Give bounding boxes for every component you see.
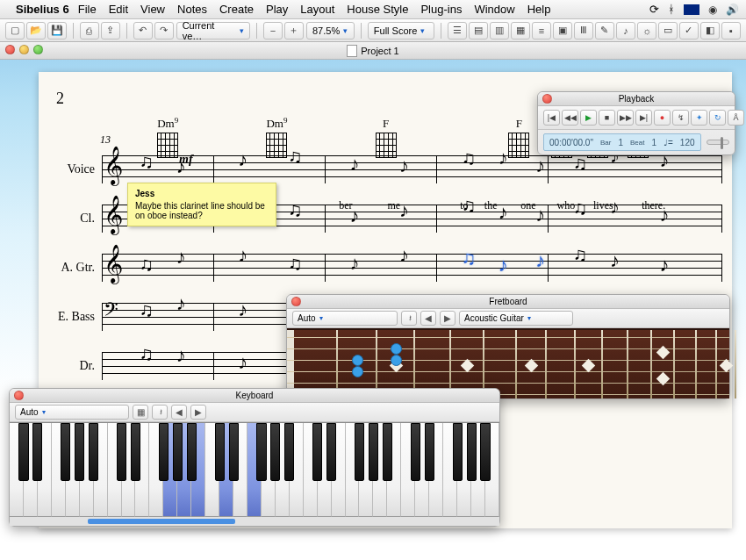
- piano-black-key[interactable]: [284, 423, 294, 481]
- note[interactable]: ♪: [399, 201, 406, 220]
- piano-black-key[interactable]: [480, 423, 490, 481]
- minimize-window-button[interactable]: [19, 45, 29, 54]
- export-button[interactable]: ⇪: [101, 22, 120, 39]
- volume-icon[interactable]: 🔊: [726, 4, 739, 16]
- sync-icon[interactable]: ⟳: [649, 3, 659, 16]
- panel-parts-icon[interactable]: ♪: [616, 22, 635, 39]
- note[interactable]: ♪: [535, 205, 542, 225]
- keyboard-nav-next[interactable]: ▶: [190, 405, 206, 420]
- app-name[interactable]: Sibelius 6: [16, 3, 69, 16]
- note[interactable]: ♫: [139, 344, 151, 363]
- note[interactable]: ♪: [499, 255, 506, 275]
- note[interactable]: ♫: [139, 152, 151, 171]
- menu-layout[interactable]: Layout: [300, 3, 334, 16]
- piano-black-key[interactable]: [159, 423, 169, 481]
- fretboard-note-dot[interactable]: [391, 343, 402, 355]
- piano-black-key[interactable]: [270, 423, 280, 481]
- nav-next-button[interactable]: ▶: [440, 311, 455, 326]
- piano-black-key[interactable]: [117, 423, 126, 481]
- piano-black-key[interactable]: [187, 423, 197, 481]
- piano-black-key[interactable]: [215, 423, 225, 481]
- note[interactable]: ♫: [461, 148, 473, 168]
- menu-play[interactable]: Play: [266, 3, 288, 16]
- staff[interactable]: 𝄞♫♪♪♫♪♪♫♪♪♫♪♪: [102, 155, 721, 183]
- piano-black-key[interactable]: [425, 423, 434, 481]
- piano-black-key[interactable]: [75, 423, 84, 481]
- staff[interactable]: 𝄞♫♪♪♫♪♪♫♪♪♫♪♪: [102, 254, 721, 282]
- note[interactable]: ♪: [238, 246, 245, 265]
- print-button[interactable]: ⎙: [80, 22, 99, 39]
- note[interactable]: ♫: [139, 300, 151, 319]
- lyric-word[interactable]: to: [460, 199, 468, 212]
- keyboard-view-toggle[interactable]: ▦: [133, 405, 148, 420]
- panel-toggle-1[interactable]: ☰: [448, 22, 467, 39]
- lyric-word[interactable]: who: [557, 199, 576, 212]
- panel-compare-icon[interactable]: ☼: [637, 22, 656, 39]
- menu-plugins[interactable]: Plug-ins: [420, 3, 462, 16]
- panel-video-icon[interactable]: ▭: [658, 22, 678, 39]
- redo-button[interactable]: ↷: [154, 22, 174, 39]
- keyboard-panel-title[interactable]: Keyboard: [10, 389, 499, 403]
- note[interactable]: ♪: [238, 150, 245, 169]
- piano-black-key[interactable]: [256, 423, 266, 481]
- piano-black-key[interactable]: [61, 423, 70, 481]
- input-language-icon[interactable]: [684, 4, 699, 15]
- tempo-slider[interactable]: [707, 140, 729, 145]
- piano-black-key[interactable]: [453, 423, 463, 481]
- lyric-word[interactable]: there.: [642, 199, 665, 212]
- rewind-button[interactable]: ◀◀: [562, 110, 578, 126]
- menu-window[interactable]: Window: [474, 3, 514, 16]
- piano-black-key[interactable]: [383, 423, 392, 481]
- piano-black-key[interactable]: [312, 423, 322, 481]
- piano-black-key[interactable]: [229, 423, 239, 481]
- piano-black-key[interactable]: [355, 423, 364, 481]
- piano-black-key[interactable]: [89, 423, 98, 481]
- zoom-window-button[interactable]: [33, 45, 43, 54]
- open-button[interactable]: 📂: [26, 22, 46, 39]
- lyric-word[interactable]: ber: [339, 199, 352, 212]
- chord-symbol[interactable]: F: [508, 116, 529, 157]
- close-icon[interactable]: [14, 391, 24, 400]
- chord-symbol[interactable]: Dm9: [266, 116, 287, 157]
- menu-view[interactable]: View: [140, 3, 165, 16]
- note[interactable]: ♪: [176, 294, 183, 313]
- note[interactable]: ♪: [349, 254, 356, 273]
- note[interactable]: ♪: [238, 300, 245, 319]
- piano-black-key[interactable]: [467, 423, 477, 481]
- note[interactable]: ♫: [573, 245, 585, 264]
- menu-house-style[interactable]: House Style: [347, 3, 408, 16]
- comment-note[interactable]: Jess Maybe this clarinet line should be …: [127, 183, 276, 226]
- fretboard-note-dot[interactable]: [352, 355, 363, 366]
- note[interactable]: ♪: [349, 154, 356, 174]
- note[interactable]: ♪: [399, 156, 406, 176]
- record-button[interactable]: ●: [654, 110, 671, 126]
- panel-fretboard-icon[interactable]: ≡: [532, 22, 551, 39]
- note[interactable]: ♪: [176, 157, 183, 176]
- save-button[interactable]: 💾: [47, 22, 67, 39]
- fretboard-panel-title[interactable]: Fretboard: [287, 295, 729, 309]
- menu-file[interactable]: File: [78, 3, 97, 16]
- playback-panel-title[interactable]: Playback: [538, 92, 735, 106]
- note[interactable]: ♪: [176, 248, 183, 267]
- note[interactable]: ♫: [573, 154, 585, 173]
- panel-ideas-icon[interactable]: ✎: [595, 22, 614, 39]
- note[interactable]: ♫: [288, 147, 300, 166]
- go-end-button[interactable]: ▶|: [635, 110, 652, 126]
- score-select[interactable]: Full Score▾: [368, 22, 434, 39]
- note[interactable]: ♫: [461, 248, 473, 268]
- fretboard-note-dot[interactable]: [352, 366, 363, 377]
- panel-mixer-icon[interactable]: Ⅲ: [574, 22, 593, 39]
- new-button[interactable]: ▢: [5, 22, 25, 39]
- go-start-button[interactable]: |◀: [543, 110, 560, 126]
- zoom-select[interactable]: 87.5%▾: [306, 22, 355, 39]
- fretboard-note-dot[interactable]: [391, 355, 402, 366]
- menu-create[interactable]: Create: [219, 3, 254, 16]
- piano-black-key[interactable]: [411, 423, 420, 481]
- fretboard-instrument-select[interactable]: Acoustic Guitar▾: [459, 311, 573, 326]
- piano-black-key[interactable]: [32, 423, 42, 481]
- stop-button[interactable]: ■: [599, 110, 615, 126]
- fretboard-mode-select[interactable]: Auto▾: [292, 311, 398, 326]
- keyboard-rest-toggle[interactable]: 𝄽: [152, 405, 168, 420]
- nav-prev-button[interactable]: ◀: [420, 311, 436, 326]
- close-icon[interactable]: [291, 297, 301, 306]
